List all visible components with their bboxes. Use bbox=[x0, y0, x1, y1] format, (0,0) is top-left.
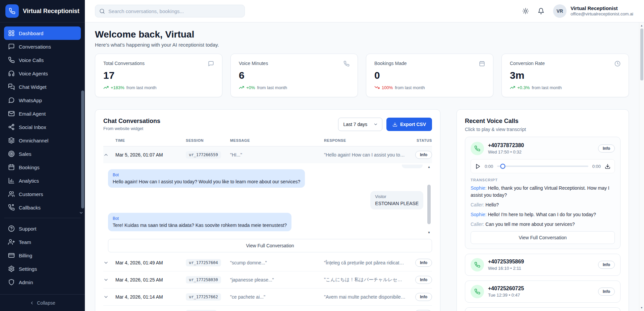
table-row[interactable]: Mar 4, 2026, 01:49 AM vr_177257604 "scum… bbox=[103, 254, 432, 271]
sidebar-scrollbar-thumb[interactable] bbox=[81, 90, 84, 208]
page-subtitle: Here's what's happening with your AI rec… bbox=[95, 42, 629, 48]
sidebar-item-sales[interactable]: Sales bbox=[4, 147, 81, 161]
column-header-session: Session bbox=[186, 138, 230, 142]
scrollbar-thumb[interactable] bbox=[427, 185, 431, 224]
chevron-down-icon[interactable] bbox=[103, 260, 109, 265]
sidebar-item-customers[interactable]: Customers bbox=[4, 187, 81, 201]
voice-call-card[interactable]: +40725395869 Wed 16:10 • 2:11 Info bbox=[465, 254, 621, 276]
table-row[interactable]: Mar 5, 2026, 01:07 AM vr_177266559 "HI..… bbox=[103, 146, 432, 163]
call-number: +40725260725 bbox=[488, 286, 524, 292]
table-row[interactable]: Mar 4, 2026, 01:25 AM vr_177258030 "japa… bbox=[103, 271, 432, 289]
sidebar-collapse-button[interactable]: Collapse bbox=[0, 294, 85, 311]
sidebar-item-support[interactable]: Support bbox=[4, 222, 81, 235]
sidebar-item-conversations[interactable]: Conversations bbox=[4, 40, 81, 53]
user-name: Virtual Receptionist bbox=[571, 5, 633, 12]
status-badge[interactable]: Info bbox=[415, 151, 432, 159]
sidebar-item-email-agent[interactable]: Email Agent bbox=[4, 107, 81, 120]
grid-icon bbox=[8, 30, 15, 37]
sidebar-item-label: Voice Calls bbox=[19, 57, 44, 63]
notifications-bell-icon[interactable] bbox=[538, 8, 544, 14]
elapsed-time: 0:00 bbox=[485, 164, 493, 169]
call-meta: Wed 16:10 • 2:11 bbox=[488, 266, 524, 271]
collapse-label: Collapse bbox=[37, 300, 55, 306]
sidebar-item-team[interactable]: Team bbox=[4, 235, 81, 249]
scroll-down-arrow[interactable]: ▼ bbox=[639, 306, 644, 309]
sidebar-item-dashboard[interactable]: Dashboard bbox=[4, 26, 81, 40]
section-title: Recent Voice Calls bbox=[465, 118, 621, 125]
status-badge[interactable]: Info bbox=[415, 259, 432, 267]
stat-delta: 100%from last month bbox=[374, 85, 485, 90]
seek-knob[interactable] bbox=[500, 164, 505, 169]
theme-toggle-sun-icon[interactable] bbox=[522, 8, 529, 14]
target-icon bbox=[8, 150, 15, 157]
sidebar-item-settings[interactable]: Settings bbox=[4, 262, 81, 275]
sidebar-item-label: Conversations bbox=[19, 44, 51, 50]
play-icon[interactable] bbox=[475, 164, 481, 169]
visitor-message-bubble: Visitor ESTONIAN PLEASE bbox=[370, 191, 423, 209]
download-icon[interactable] bbox=[605, 164, 610, 169]
chevron-up-icon[interactable] bbox=[103, 152, 109, 158]
transcript-line: Sophie: Hello, thank you for calling Vir… bbox=[471, 185, 615, 199]
avatar: VR bbox=[553, 4, 567, 18]
sidebar-item-label: Sales bbox=[19, 151, 32, 157]
conversation-scrollbar[interactable]: ▲ ▼ bbox=[427, 165, 431, 234]
app-logo-row: Virtual Receptionist bbox=[0, 0, 85, 22]
chevron-down-icon[interactable] bbox=[103, 294, 109, 300]
user-menu[interactable]: VR Virtual Receptionist office@virtualre… bbox=[553, 4, 633, 18]
view-full-conversation-button[interactable]: View Full Conversation bbox=[471, 231, 615, 244]
voice-call-card[interactable]: +40737872380 Wed 17:50 • 0:32 Info 0:00 … bbox=[465, 137, 621, 249]
app-logo bbox=[5, 4, 19, 18]
chat-panel-heading: Chat Conversations From website widget bbox=[103, 118, 160, 131]
sidebar-item-voice-agents[interactable]: Voice Agents bbox=[4, 67, 81, 80]
sidebar-item-label: Billing bbox=[19, 253, 32, 258]
status-badge[interactable]: Info bbox=[598, 288, 615, 296]
session-badge: vr_177258030 bbox=[186, 276, 221, 284]
sidebar-item-social-inbox[interactable]: Social Inbox bbox=[4, 120, 81, 134]
voice-call-card-partial[interactable] bbox=[465, 307, 621, 311]
scroll-up-arrow[interactable]: ▲ bbox=[639, 24, 644, 27]
stat-label: Voice Minutes bbox=[239, 61, 268, 66]
export-csv-button[interactable]: Export CSV bbox=[386, 118, 432, 131]
sidebar-item-admin[interactable]: Admin bbox=[4, 275, 81, 289]
sidebar-item-billing[interactable]: Billing bbox=[4, 249, 81, 262]
chevron-down-icon bbox=[373, 122, 378, 127]
calendar-icon bbox=[479, 61, 485, 67]
view-full-conversation-button[interactable]: View Full Conversation bbox=[108, 239, 432, 252]
page-scrollbar[interactable]: ▲ ▼ bbox=[639, 22, 644, 311]
sidebar-item-chat-widget[interactable]: Chat Widget bbox=[4, 80, 81, 94]
credit-card-icon bbox=[8, 252, 15, 259]
seek-track[interactable] bbox=[497, 166, 588, 167]
search-input[interactable] bbox=[108, 8, 240, 14]
chat-bubbles-icon bbox=[8, 83, 15, 90]
sidebar-item-callbacks[interactable]: Callbacks bbox=[4, 201, 81, 214]
table-row[interactable]: Mar 4, 2026, 01:14 AM vr_177257662 "ce p… bbox=[103, 289, 432, 306]
status-badge[interactable]: Info bbox=[598, 261, 615, 269]
sidebar-item-bookings[interactable]: Bookings bbox=[4, 161, 81, 174]
sidebar-item-voice-calls[interactable]: Voice Calls bbox=[4, 53, 81, 67]
status-badge[interactable]: Info bbox=[598, 144, 615, 152]
trending-down-icon bbox=[374, 85, 380, 90]
date-range-select[interactable]: Last 7 days bbox=[338, 118, 382, 131]
transcript-label: TRANSCRIPT bbox=[471, 178, 615, 182]
table-row-partial[interactable] bbox=[103, 306, 432, 311]
status-badge[interactable]: Info bbox=[415, 293, 432, 301]
voice-call-card[interactable]: +40725260725 Tue 12:39 • 0:47 Info bbox=[465, 281, 621, 303]
speaker-name: Caller: bbox=[471, 222, 484, 227]
sidebar-item-analytics[interactable]: Analytics bbox=[4, 174, 81, 187]
page-title: Welcome back, Virtual bbox=[95, 29, 629, 40]
sidebar-item-whatsapp[interactable]: WhatsApp bbox=[4, 94, 81, 107]
call-info: +40737872380 Wed 17:50 • 0:32 bbox=[488, 142, 524, 154]
sidebar-item-label: WhatsApp bbox=[19, 98, 42, 103]
sidebar-item-label: Chat Widget bbox=[19, 84, 47, 90]
scrollbar-thumb[interactable] bbox=[640, 28, 643, 80]
transcript-line: Caller: Can you tell me more about your … bbox=[471, 221, 615, 228]
phone-icon bbox=[343, 61, 350, 67]
sidebar-item-omnichannel[interactable]: Omnichannel bbox=[4, 134, 81, 147]
stats-row: Total Conversations 17 +183%from last mo… bbox=[95, 54, 629, 97]
chevron-down-icon[interactable] bbox=[103, 277, 109, 283]
column-header-time: Time bbox=[115, 138, 186, 142]
call-meta: Wed 17:50 • 0:32 bbox=[488, 149, 524, 154]
call-avatar bbox=[471, 142, 484, 155]
status-badge[interactable]: Info bbox=[415, 276, 432, 284]
user-email: office@virtualreceptionist.com.ai bbox=[571, 11, 633, 17]
